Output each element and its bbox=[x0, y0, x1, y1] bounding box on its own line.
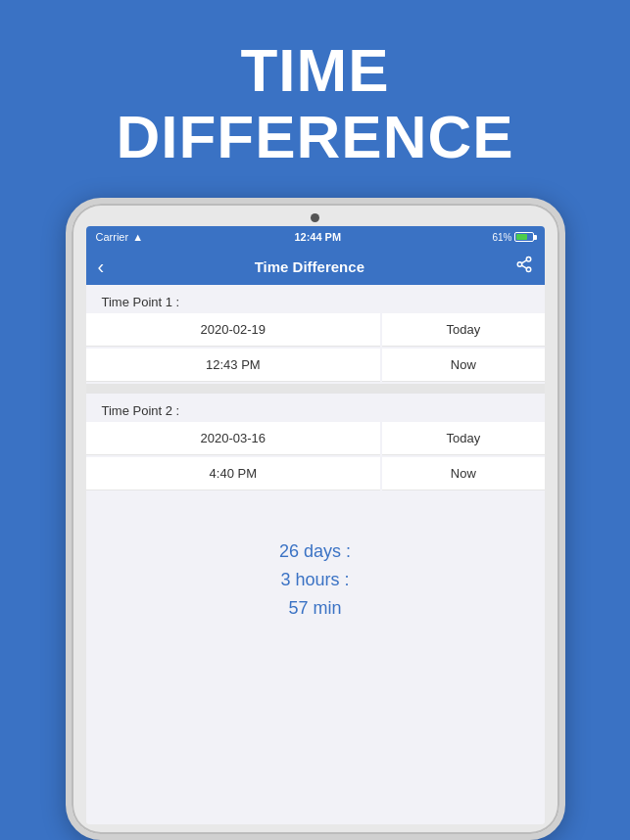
tablet-screen: Carrier ▲ 12:44 PM 61% ‹ Time Difference bbox=[86, 226, 545, 824]
time-point-2-label: Time Point 2 : bbox=[86, 394, 545, 422]
app-content: Time Point 1 : 2020-02-19 Today 12:43 PM… bbox=[86, 285, 545, 824]
status-time: 12:44 PM bbox=[294, 231, 341, 243]
time-point-2-now-btn[interactable]: Now bbox=[382, 457, 544, 490]
result-area: 26 days : 3 hours : 57 min bbox=[86, 492, 545, 638]
time-point-1-today-btn[interactable]: Today bbox=[382, 313, 544, 347]
time-point-2-today-btn[interactable]: Today bbox=[382, 422, 544, 455]
battery-icon bbox=[514, 232, 534, 242]
time-point-1-time-row: 12:43 PM Now bbox=[86, 349, 545, 382]
svg-line-4 bbox=[521, 260, 526, 263]
time-point-1-time[interactable]: 12:43 PM bbox=[86, 349, 381, 382]
page-title: TIME DIFFERENCE bbox=[116, 0, 513, 198]
time-point-1-label: Time Point 1 : bbox=[86, 285, 545, 313]
share-button[interactable] bbox=[515, 256, 533, 277]
result-minutes: 57 min bbox=[288, 598, 341, 619]
status-bar: Carrier ▲ 12:44 PM 61% bbox=[86, 226, 545, 248]
result-hours: 3 hours : bbox=[280, 570, 349, 590]
tablet-device: Carrier ▲ 12:44 PM 61% ‹ Time Difference bbox=[66, 198, 565, 840]
svg-line-3 bbox=[521, 266, 526, 269]
time-point-1-date[interactable]: 2020-02-19 bbox=[86, 313, 381, 347]
time-point-2-time[interactable]: 4:40 PM bbox=[86, 457, 381, 490]
wifi-icon: ▲ bbox=[132, 231, 143, 243]
nav-title: Time Difference bbox=[255, 258, 364, 275]
time-point-1-now-btn[interactable]: Now bbox=[382, 349, 544, 382]
nav-bar: ‹ Time Difference bbox=[86, 248, 545, 285]
battery-fill bbox=[516, 234, 527, 240]
status-battery: 61% bbox=[492, 232, 534, 243]
separator-1 bbox=[86, 384, 545, 394]
result-days: 26 days : bbox=[279, 541, 351, 562]
time-point-2-time-row: 4:40 PM Now bbox=[86, 457, 545, 490]
time-point-2-date[interactable]: 2020-03-16 bbox=[86, 422, 381, 455]
time-point-1-date-row: 2020-02-19 Today bbox=[86, 313, 545, 347]
time-point-2-date-row: 2020-03-16 Today bbox=[86, 422, 545, 455]
tablet-camera bbox=[311, 213, 319, 222]
status-carrier: Carrier ▲ bbox=[96, 231, 144, 243]
back-button[interactable]: ‹ bbox=[98, 256, 105, 278]
